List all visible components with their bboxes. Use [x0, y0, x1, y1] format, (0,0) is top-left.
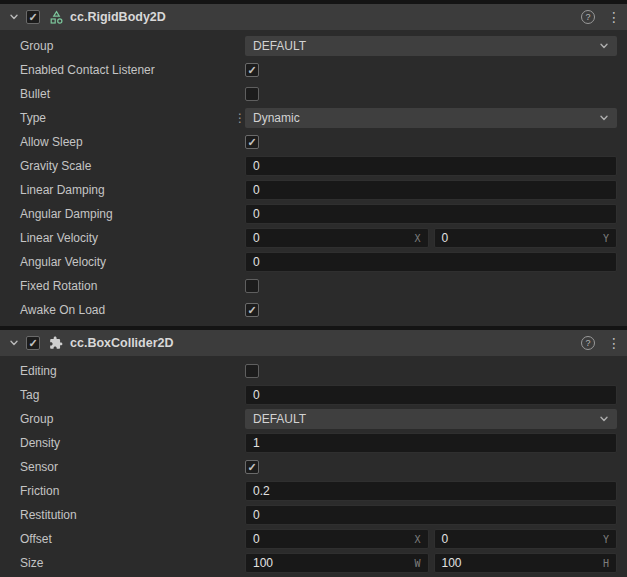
- property-row: Angular Damping0: [0, 202, 627, 226]
- property-label: Angular Damping: [0, 207, 245, 221]
- property-label: Awake On Load: [0, 303, 245, 317]
- property-label: Friction: [0, 484, 245, 498]
- vector-component-input[interactable]: 0X: [245, 529, 429, 549]
- vector-component-input[interactable]: 0Y: [434, 228, 618, 248]
- property-label: Angular Velocity: [0, 255, 245, 269]
- chevron-down-icon: [599, 414, 609, 424]
- property-label: Bullet: [0, 87, 245, 101]
- property-label: Enabled Contact Listener: [0, 63, 245, 77]
- property-row: Fixed Rotation✓: [0, 274, 627, 298]
- component-section: ✓cc.RigidBody2D?⋮GroupDEFAULTEnabled Con…: [0, 4, 627, 326]
- property-value: ✓: [245, 303, 627, 317]
- input-value: 0: [253, 183, 609, 197]
- property-label: Linear Damping: [0, 183, 245, 197]
- input-value: 100: [442, 556, 603, 570]
- property-checkbox[interactable]: ✓: [245, 364, 259, 378]
- checkmark-icon: ✓: [247, 462, 256, 473]
- axis-suffix-label: W: [414, 558, 420, 569]
- property-row: Bullet✓: [0, 82, 627, 106]
- input-value: 0: [253, 388, 609, 402]
- component-header: ✓cc.BoxCollider2D?⋮: [0, 330, 627, 356]
- component-title: cc.RigidBody2D: [70, 10, 166, 24]
- property-value: ⋮Dynamic: [245, 108, 627, 128]
- property-value: ✓: [245, 279, 627, 293]
- number-input[interactable]: 0: [245, 180, 617, 200]
- component-enabled-checkbox[interactable]: ✓: [26, 10, 40, 24]
- dropdown-select[interactable]: Dynamic: [245, 108, 617, 128]
- component-header: ✓cc.RigidBody2D?⋮: [0, 4, 627, 30]
- dropdown-select[interactable]: DEFAULT: [245, 409, 617, 429]
- property-value: DEFAULT: [245, 409, 627, 429]
- property-value: 0: [245, 385, 627, 405]
- input-value: 0: [442, 231, 603, 245]
- property-value: 0: [245, 505, 627, 525]
- property-row: Angular Velocity0: [0, 250, 627, 274]
- property-row: GroupDEFAULT: [0, 407, 627, 431]
- axis-suffix-label: X: [414, 534, 420, 545]
- number-input[interactable]: 0: [245, 252, 617, 272]
- component-title: cc.BoxCollider2D: [70, 336, 174, 350]
- property-checkbox[interactable]: ✓: [245, 135, 259, 149]
- property-row: Friction0.2: [0, 479, 627, 503]
- dropdown-selected-value: DEFAULT: [253, 39, 599, 53]
- property-value: ✓: [245, 87, 627, 101]
- property-checkbox[interactable]: ✓: [245, 279, 259, 293]
- property-label: Fixed Rotation: [0, 279, 245, 293]
- checkmark-icon: ✓: [247, 137, 256, 148]
- vector-component-input[interactable]: 100H: [434, 553, 618, 573]
- property-checkbox[interactable]: ✓: [245, 460, 259, 474]
- property-value: 100W100H: [245, 553, 627, 573]
- number-input[interactable]: 0: [245, 505, 617, 525]
- collapse-chevron-icon[interactable]: [6, 9, 22, 25]
- property-row: Density1: [0, 431, 627, 455]
- property-value: 0: [245, 204, 627, 224]
- property-label: Size: [0, 556, 245, 570]
- checkmark-icon: ✓: [247, 305, 256, 316]
- property-checkbox[interactable]: ✓: [245, 87, 259, 101]
- vector-component-input[interactable]: 0Y: [434, 529, 618, 549]
- property-row: Editing✓: [0, 359, 627, 383]
- property-checkbox[interactable]: ✓: [245, 63, 259, 77]
- vector-component-input[interactable]: 0X: [245, 228, 429, 248]
- property-row: Linear Damping0: [0, 178, 627, 202]
- axis-suffix-label: Y: [603, 233, 609, 244]
- property-label: Tag: [0, 388, 245, 402]
- property-value: 1: [245, 433, 627, 453]
- number-input[interactable]: 0: [245, 204, 617, 224]
- property-row: GroupDEFAULT: [0, 34, 627, 58]
- menu-kebab-icon[interactable]: ⋮: [607, 336, 617, 350]
- input-value: 0: [253, 532, 414, 546]
- property-label: Offset: [0, 532, 245, 546]
- axis-suffix-label: H: [603, 558, 609, 569]
- number-input[interactable]: 0.2: [245, 481, 617, 501]
- property-value: ✓: [245, 364, 627, 378]
- property-row: Awake On Load✓: [0, 298, 627, 322]
- property-label: Group: [0, 412, 245, 426]
- property-value: ✓: [245, 63, 627, 77]
- dropdown-selected-value: Dynamic: [253, 111, 599, 125]
- number-input[interactable]: 0: [245, 385, 617, 405]
- number-input[interactable]: 0: [245, 156, 617, 176]
- boxcollider2d-icon: [48, 335, 64, 351]
- checkmark-icon: ✓: [247, 65, 256, 76]
- property-row: Tag0: [0, 383, 627, 407]
- collapse-chevron-icon[interactable]: [6, 335, 22, 351]
- component-enabled-checkbox[interactable]: ✓: [26, 336, 40, 350]
- help-icon[interactable]: ?: [581, 336, 595, 350]
- vector-component-input[interactable]: 100W: [245, 553, 429, 573]
- input-value: 0: [253, 207, 609, 221]
- help-icon[interactable]: ?: [581, 10, 595, 24]
- checkmark-icon: ✓: [28, 12, 37, 23]
- property-checkbox[interactable]: ✓: [245, 303, 259, 317]
- property-row: Offset0X0Y: [0, 527, 627, 551]
- input-value: 0.2: [253, 484, 609, 498]
- property-value: 0: [245, 180, 627, 200]
- input-value: 100: [253, 556, 414, 570]
- dropdown-select[interactable]: DEFAULT: [245, 36, 617, 56]
- chevron-down-icon: [599, 41, 609, 51]
- menu-kebab-icon[interactable]: ⋮: [607, 10, 617, 24]
- property-row: Allow Sleep✓: [0, 130, 627, 154]
- property-label: Allow Sleep: [0, 135, 245, 149]
- number-input[interactable]: 1: [245, 433, 617, 453]
- property-label: Sensor: [0, 460, 245, 474]
